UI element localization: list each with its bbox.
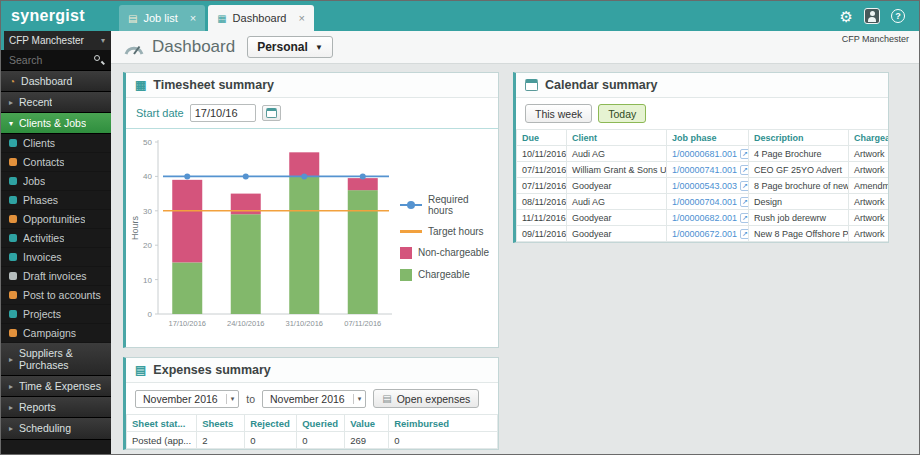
sidebar-item-contacts[interactable]: Contacts	[1, 153, 111, 172]
sidebar-item-draft-invoices[interactable]: Draft invoices	[1, 267, 111, 286]
dashboard-mode-button[interactable]: Personal ▼	[247, 36, 333, 58]
sidebar-item-suppliers-purchases[interactable]: ▸Suppliers & Purchases	[1, 343, 111, 376]
sidebar-item-campaigns[interactable]: Campaigns	[1, 324, 111, 343]
column-header-chargeable[interactable]: Chargeable	[849, 130, 889, 146]
sidebar-item-label: Suppliers & Purchases	[19, 343, 105, 375]
job-phase-link[interactable]: 1/00000672.001	[672, 229, 737, 239]
sidebar-item-label: Campaigns	[23, 327, 76, 339]
help-icon[interactable]: ?	[891, 9, 905, 23]
from-month-select[interactable]: November 2016 ▾	[135, 390, 239, 408]
column-header-value[interactable]: Value	[345, 415, 389, 432]
company-selector[interactable]: CFP Manchester ▾	[1, 31, 111, 50]
job-phase-link[interactable]: 1/00000681.001	[672, 149, 737, 159]
chevron-down-icon: ▾	[101, 36, 105, 45]
today-button[interactable]: Today	[598, 104, 646, 123]
job-phase-link[interactable]: 1/00000682.001	[672, 213, 737, 223]
y-tick-label: 0	[148, 310, 153, 319]
chevron-down-icon: ▾	[226, 394, 239, 404]
panel-title: Timesheet summary	[153, 78, 274, 92]
user-icon[interactable]	[864, 8, 880, 24]
left-column: ▦ Timesheet summary Start date 010203040…	[123, 72, 499, 450]
calendar-header-row: DueClientJob phaseDescriptionChargeable	[517, 130, 889, 146]
column-header-client[interactable]: Client	[567, 130, 667, 146]
sidebar-item-activities[interactable]: Activities	[1, 229, 111, 248]
legend-item-target-hours: Target hours	[400, 226, 496, 237]
open-expenses-button[interactable]: ▤ Open expenses	[373, 389, 479, 408]
tab-job-list[interactable]: ▤ Job list ×	[119, 5, 205, 31]
open-in-new-icon[interactable]: ↗	[740, 181, 748, 191]
magnifier-glass	[94, 55, 100, 61]
close-tab-icon[interactable]: ×	[190, 12, 196, 24]
to-month-select[interactable]: November 2016 ▾	[262, 390, 366, 408]
expenses-summary-panel: ▤ Expenses summary November 2016 ▾ to No…	[123, 357, 499, 450]
this-week-button[interactable]: This week	[525, 104, 592, 123]
column-header-rejected[interactable]: Rejected	[245, 415, 297, 432]
column-header-due[interactable]: Due	[517, 130, 567, 146]
settings-gear-icon[interactable]: ⚙	[840, 9, 853, 24]
sidebar-item-projects[interactable]: Projects	[1, 305, 111, 324]
sidebar-item-label: Jobs	[23, 175, 45, 187]
search-icon[interactable]	[93, 54, 105, 66]
expenses-cell: 0	[297, 432, 345, 449]
sidebar-item-reports[interactable]: ▸Reports	[1, 397, 111, 418]
calendar-picker-button[interactable]	[262, 105, 281, 121]
marker-required-hours	[301, 173, 307, 179]
sidebar-item-phases[interactable]: Phases	[1, 191, 111, 210]
panel-header: Calendar summary	[516, 73, 888, 98]
tab-dashboard[interactable]: ▦ Dashboard ×	[208, 5, 314, 31]
legend-label: Chargeable	[418, 269, 470, 280]
job-phase-link[interactable]: 1/00000543.003	[672, 181, 737, 191]
job-phase-link[interactable]: 1/00000704.001	[672, 197, 737, 207]
top-bar: synergist ▤ Job list × ▦ Dashboard × ⚙ ?	[1, 1, 919, 31]
due-cell: 10/11/2016	[517, 146, 567, 162]
search-input[interactable]	[7, 53, 93, 67]
due-cell: 07/11/2016	[517, 162, 567, 178]
user-body-shape	[868, 17, 876, 22]
expenses-controls: November 2016 ▾ to November 2016 ▾ ▤ Ope…	[126, 383, 498, 414]
calendar-icon	[525, 79, 538, 91]
legend-swatch-line	[400, 230, 422, 233]
column-header-description[interactable]: Description	[749, 130, 849, 146]
phases-icon	[9, 196, 17, 204]
close-tab-icon[interactable]: ×	[298, 12, 304, 24]
panel-header: ▤ Expenses summary	[126, 358, 498, 383]
column-header-queried[interactable]: Queried	[297, 415, 345, 432]
sidebar-item-label: Clients	[23, 137, 55, 149]
sidebar-item-post-to-accounts[interactable]: Post to accounts	[1, 286, 111, 305]
sidebar-item-scheduling[interactable]: ▸Scheduling	[1, 418, 111, 439]
job-phase-link[interactable]: 1/00000741.001	[672, 165, 737, 175]
column-header-reimbursed[interactable]: Reimbursed	[389, 415, 498, 432]
company-label: CFP Manchester	[9, 35, 84, 46]
job-phase-cell: 1/00000741.001↗	[667, 162, 749, 178]
campaigns-icon	[9, 329, 17, 337]
app-logo[interactable]: synergist	[1, 1, 111, 31]
column-header-sheet-stat[interactable]: Sheet stat...	[127, 415, 197, 432]
open-in-new-icon[interactable]: ↗	[740, 213, 748, 223]
open-in-new-icon[interactable]: ↗	[740, 197, 748, 207]
sidebar-item-time-expenses[interactable]: ▸Time & Expenses	[1, 376, 111, 397]
client-cell: Goodyear	[567, 178, 667, 194]
client-cell: William Grant & Sons UK	[567, 162, 667, 178]
sidebar-item-invoices[interactable]: Invoices	[1, 248, 111, 267]
sidebar-item-clients[interactable]: Clients	[1, 134, 111, 153]
column-header-sheets[interactable]: Sheets	[197, 415, 245, 432]
topbar-actions: ⚙ ?	[840, 8, 919, 24]
sidebar-item-clients-jobs[interactable]: ▾Clients & Jobs	[1, 113, 111, 134]
sidebar-item-dashboard[interactable]: ◔Dashboard	[1, 71, 111, 92]
start-date-input[interactable]	[190, 104, 256, 122]
caret-icon: ▾	[9, 119, 13, 128]
open-expenses-label: Open expenses	[397, 393, 471, 405]
sidebar-item-opportunities[interactable]: Opportunities	[1, 210, 111, 229]
sidebar-item-recent[interactable]: ▸Recent	[1, 92, 111, 113]
bar-non-chargeable	[172, 180, 202, 263]
open-in-new-icon[interactable]: ↗	[740, 229, 748, 239]
open-in-new-icon[interactable]: ↗	[740, 149, 748, 159]
sidebar-item-jobs[interactable]: Jobs	[1, 172, 111, 191]
legend-item-non-chargeable: Non-chargeable	[400, 247, 496, 259]
legend-swatch-square	[400, 269, 412, 281]
column-header-job-phase[interactable]: Job phase	[667, 130, 749, 146]
due-cell: 08/11/2016	[517, 194, 567, 210]
x-tick-label: 24/10/2016	[227, 319, 265, 328]
sidebar-item-label: Projects	[23, 308, 61, 320]
open-in-new-icon[interactable]: ↗	[740, 165, 748, 175]
